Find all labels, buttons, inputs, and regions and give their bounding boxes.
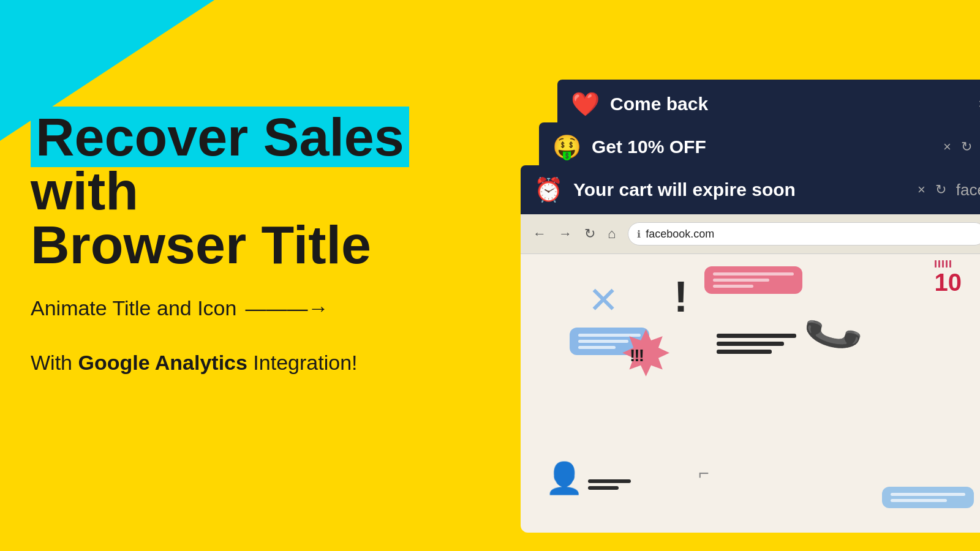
money-icon: 🤑 [551,133,582,160]
url-bar[interactable]: ℹ facebook.com [628,222,980,246]
forward-button[interactable]: → [559,226,572,242]
left-panel: Recover Sales with Browser Title Animate… [31,110,447,375]
text-block-icon [717,334,796,354]
headline-highlight: Recover Sales [31,107,409,167]
browser-toolbar: ← → ↻ ⌂ ℹ facebook.com [521,214,980,254]
reload-icon-3: ↻ [935,182,946,198]
notification-bar-3: ⏰ Your cart will expire soon × ↻ face [521,165,980,214]
home-button[interactable]: ⌂ [608,226,616,242]
exclamation-icon: ! [674,272,688,321]
close-button-2[interactable]: × [943,139,951,155]
headline-line3: Browser Title [31,214,371,275]
bottom-text: With Google Analytics Integration! [31,351,447,375]
reload-button[interactable]: ↻ [584,226,595,242]
back-button[interactable]: ← [533,226,546,242]
burst-icon: ✸ [622,328,668,383]
chat-bubble-pink [704,266,802,294]
notif-text-3: Your cart will expire soon [573,179,908,200]
info-icon: ℹ [637,228,641,240]
heart-icon: ❤️ [570,91,600,118]
headline: Recover Sales with Browser Title [31,110,447,272]
reload-icon-2: ↻ [961,139,972,155]
notif-extra-3: face [956,181,980,200]
number-card: 10 [935,260,962,294]
alarm-icon: ⏰ [533,176,564,203]
headline-line2: with [31,160,138,221]
browser-content: ✕ ! 1 [521,254,980,533]
bottom-lines [588,479,631,490]
chat-bubble-blue-2 [882,487,974,508]
browser-window: ← → ↻ ⌂ ℹ facebook.com ✕ [521,214,980,533]
notif-text-1: Come back [610,94,968,114]
phone-icon: 📞 [800,300,866,365]
notification-bar-2: 🤑 Get 10% OFF × ↻ f [539,122,980,171]
close-button-3[interactable]: × [918,182,925,198]
notification-bar-1: ❤️ Come back × [557,80,980,129]
corner-icon: ⌐ [698,463,709,484]
x-mark-icon: ✕ [588,279,619,321]
person-icon: 👤 [545,460,583,496]
arrow-icon: ———→ [245,296,328,320]
subtext: Animate Title and Icon ———→ [31,296,447,320]
url-text: facebook.com [646,228,714,241]
notif-text-2: Get 10% OFF [592,137,933,157]
burst-text: !!! [630,346,643,365]
